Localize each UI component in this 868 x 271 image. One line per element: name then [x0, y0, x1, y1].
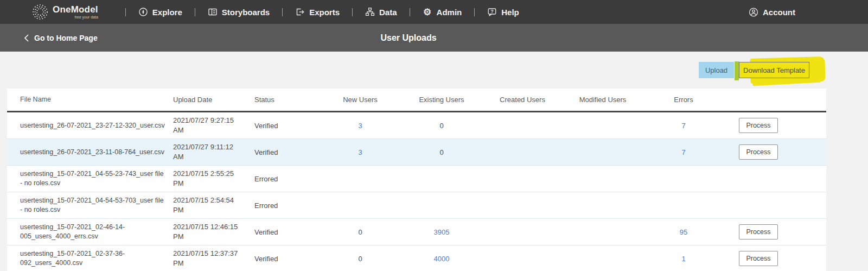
nav-item-exports[interactable]: Exports	[295, 7, 340, 17]
errors-cell[interactable]: 95	[643, 228, 724, 236]
table-header-row: File Name Upload Date Status New Users E…	[7, 89, 826, 112]
process-button[interactable]: Process	[739, 251, 778, 266]
upload-date-cell: 2021/07/15 2:55:25 PM	[173, 169, 254, 188]
status-cell: Errored	[254, 175, 320, 183]
nav-divider	[282, 8, 283, 16]
file-name-cell: usertesting_26-07-2021_23-27-12-320_user…	[7, 121, 173, 130]
new-users-cell: 0	[320, 255, 401, 263]
nav-item-storyboards[interactable]: Storyboards	[208, 7, 270, 17]
svg-text:?: ?	[491, 9, 494, 14]
toolbar: Upload Download Template	[0, 62, 868, 78]
new-users-cell: 0	[320, 228, 401, 236]
table-row: usertesting_26-07-2021_23-27-12-320_user…	[7, 112, 826, 139]
process-button[interactable]: Process	[739, 144, 778, 160]
page-header: Go to Home Page User Uploads	[0, 24, 868, 52]
process-button[interactable]: Process	[739, 118, 778, 133]
table-row: usertesting_15-07-2021_02-37-36-092_user…	[7, 245, 826, 271]
page-title: User Uploads	[380, 33, 436, 43]
onemodel-logo[interactable]: OneModel free your data	[31, 3, 98, 21]
file-name-cell: usertesting_15-07-2021_02-46-14-005_user…	[7, 223, 173, 241]
nav-divider	[352, 8, 353, 16]
nav-item-help[interactable]: ? Help	[487, 7, 519, 17]
explore-icon	[138, 7, 148, 17]
file-name-cell: usertesting_26-07-2021_23-11-08-764_user…	[7, 148, 173, 157]
nav-item-label: Account	[763, 8, 795, 17]
new-users-cell[interactable]: 3	[320, 122, 401, 130]
storyboards-icon	[208, 7, 218, 17]
new-users-cell[interactable]: 3	[320, 148, 401, 156]
data-icon	[365, 7, 375, 17]
column-header-upload-date: Upload Date	[173, 95, 254, 105]
go-to-home-link[interactable]: Go to Home Page	[24, 34, 98, 42]
status-cell: Verified	[254, 122, 320, 130]
file-name-cell: usertesting_15-07-2021_04-54-53-703_user…	[7, 196, 173, 215]
nav-divider	[474, 8, 475, 16]
nav-divider	[125, 8, 126, 16]
nav-item-label: Storyboards	[222, 8, 270, 17]
nav-item-account[interactable]: Account	[749, 7, 795, 17]
nav-divider	[410, 8, 410, 16]
nav-item-label: Explore	[152, 8, 182, 17]
column-header-modified-users: Modified Users	[563, 96, 643, 104]
uploads-table: File Name Upload Date Status New Users E…	[7, 89, 826, 271]
file-name-cell: usertesting_15-07-2021_04-55-23-743_user…	[7, 169, 173, 188]
onemodel-spiral-icon	[31, 3, 49, 21]
download-template-button[interactable]: Download Template	[739, 62, 809, 78]
existing-users-cell[interactable]: 4000	[401, 255, 482, 263]
gear-icon: ⚙	[423, 7, 432, 17]
existing-users-cell: 0	[401, 148, 482, 156]
column-header-created-users: Created Users	[482, 96, 563, 104]
nav-item-data[interactable]: Data	[365, 7, 397, 17]
upload-button[interactable]: Upload	[699, 62, 734, 78]
upload-date-cell: 2021/07/15 12:46:15 PM	[173, 222, 254, 241]
top-nav: OneModel free your data Explore Storyboa…	[0, 0, 868, 24]
nav-item-label: Exports	[309, 8, 340, 17]
errors-cell[interactable]: 7	[643, 122, 724, 130]
column-header-new-users: New Users	[320, 96, 401, 104]
chevron-left-icon	[24, 34, 29, 42]
existing-users-cell[interactable]: 3905	[401, 228, 482, 236]
column-header-errors: Errors	[643, 96, 724, 104]
exports-icon	[295, 7, 305, 17]
table-row: usertesting_15-07-2021_02-46-14-005_user…	[7, 219, 826, 245]
table-row: usertesting_26-07-2021_23-11-08-764_user…	[7, 139, 826, 166]
status-cell: Verified	[254, 255, 320, 263]
nav-item-explore[interactable]: Explore	[138, 7, 182, 17]
status-cell: Verified	[254, 228, 320, 236]
table-row: usertesting_15-07-2021_04-54-53-703_user…	[7, 192, 826, 219]
upload-date-cell: 2021/07/27 9:11:12 AM	[173, 142, 254, 161]
account-icon	[749, 7, 758, 17]
nav-item-label: Data	[379, 8, 397, 17]
back-link-label: Go to Home Page	[34, 34, 98, 42]
brand-name: OneModel	[53, 5, 98, 14]
help-icon: ?	[487, 7, 497, 17]
nav-item-admin[interactable]: ⚙ Admin	[423, 7, 462, 17]
upload-date-cell: 2021/07/15 12:37:37 PM	[173, 249, 254, 268]
table-row: usertesting_15-07-2021_04-55-23-743_user…	[7, 166, 826, 192]
existing-users-cell: 0	[401, 122, 482, 130]
column-header-file-name: File Name	[7, 95, 173, 104]
status-cell: Errored	[254, 201, 320, 210]
nav-item-label: Admin	[437, 8, 462, 17]
column-header-existing-users: Existing Users	[401, 96, 482, 104]
process-button[interactable]: Process	[739, 224, 778, 240]
nav-item-label: Help	[501, 8, 519, 17]
brand-tagline: free your data	[75, 15, 98, 19]
upload-date-cell: 2021/07/27 9:27:15 AM	[173, 116, 254, 135]
errors-cell[interactable]: 1	[643, 255, 724, 263]
status-cell: Verified	[254, 148, 320, 156]
marker-highlight-overlap	[735, 61, 739, 80]
nav-divider	[195, 8, 195, 16]
file-name-cell: usertesting_15-07-2021_02-37-36-092_user…	[7, 249, 173, 268]
column-header-status: Status	[254, 96, 320, 104]
main-content: Upload Download Template File Name Uploa…	[0, 52, 868, 271]
errors-cell[interactable]: 7	[643, 148, 724, 156]
upload-date-cell: 2021/07/15 2:54:54 PM	[173, 196, 254, 215]
